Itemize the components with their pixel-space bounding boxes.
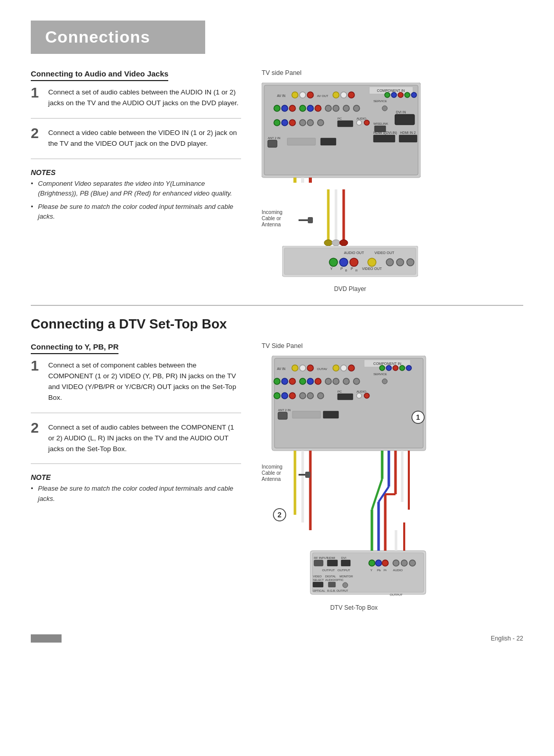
svg-point-9	[307, 92, 313, 98]
svg-text:SELECT: SELECT	[313, 578, 324, 581]
svg-point-36	[300, 120, 306, 126]
dvd-player-container: AUDIO OUT VIDEO OUT Y P B P R VIDEO OU	[282, 246, 418, 293]
svg-text:1: 1	[416, 413, 420, 421]
step1: 1 Connect a set of audio cables between …	[31, 87, 241, 119]
svg-point-35	[289, 120, 295, 126]
svg-text:AV OUT: AV OUT	[317, 94, 328, 98]
svg-point-105	[406, 365, 411, 371]
svg-point-67	[340, 240, 348, 246]
svg-text:OUTPUT: OUTPUT	[338, 569, 350, 572]
svg-text:AUDIO: AUDIO	[393, 569, 403, 572]
svg-text:R: R	[355, 269, 358, 272]
svg-point-92	[292, 365, 298, 371]
svg-point-103	[393, 365, 398, 371]
svg-rect-61	[308, 217, 313, 223]
svg-point-118	[289, 393, 295, 399]
svg-rect-123	[338, 394, 353, 400]
section1-right: TV side Panel COMPONENT IN 1 2 AV IN	[262, 69, 523, 293]
dtv-diagram: COMPONENT IN 1 2 AV IN OUTAV SERVICE	[262, 356, 431, 614]
dtv-connection-svg: COMPONENT IN 1 2 AV IN OUTAV SERVICE	[262, 356, 431, 612]
svg-rect-32	[395, 114, 414, 125]
svg-point-157	[375, 560, 382, 566]
svg-point-106	[274, 378, 280, 384]
svg-text:Incoming: Incoming	[262, 209, 283, 215]
section-audio-video: Connecting to Audio and Video Jacks 1 Co…	[31, 69, 523, 293]
svg-rect-129	[292, 411, 321, 418]
svg-rect-128	[278, 412, 287, 419]
section2-right: TV Side Panel COMPONENT IN 1 2 AV IN	[262, 342, 523, 614]
svg-text:B: B	[345, 269, 347, 272]
svg-text:Y: Y	[330, 267, 333, 270]
svg-text:DVI IN: DVI IN	[396, 110, 406, 114]
svg-point-34	[282, 120, 288, 126]
svg-text:P: P	[351, 267, 353, 270]
dvd-player-svg: AUDIO OUT VIDEO OUT Y P B P R VIDEO OU	[282, 246, 418, 282]
svg-rect-86	[274, 358, 423, 448]
tv-panel-svg: COMPONENT IN 1 2 AV IN AV OUT SERVICE	[262, 83, 421, 190]
svg-text:HDMI: HDMI	[327, 556, 335, 559]
step2-text: Connect a video cable between the VIDEO …	[48, 128, 241, 149]
dtv-notes-block: NOTE Please be sure to match the color c…	[31, 473, 241, 503]
svg-point-7	[292, 92, 298, 98]
svg-point-80	[368, 258, 376, 266]
svg-point-27	[325, 105, 331, 111]
svg-point-19	[405, 92, 410, 98]
svg-text:HDMI IN 2: HDMI IN 2	[400, 131, 416, 134]
svg-point-28	[333, 105, 339, 111]
svg-point-126	[364, 393, 369, 398]
svg-text:RF INPUT: RF INPUT	[314, 556, 328, 559]
section1-left: Connecting to Audio and Video Jacks 1 Co…	[31, 69, 241, 293]
svg-text:PC: PC	[338, 117, 342, 120]
svg-rect-40	[338, 121, 353, 127]
svg-text:DIGITAL: DIGITAL	[325, 575, 336, 578]
dtv-step1-text: Connect a set of component cables betwee…	[48, 360, 241, 403]
svg-point-100	[382, 379, 387, 384]
svg-point-112	[325, 378, 331, 384]
svg-text:VIDEO OUT: VIDEO OUT	[362, 267, 382, 270]
tv-panel-diagram: COMPONENT IN 1 2 AV IN AV OUT SERVICE	[262, 83, 421, 246]
svg-rect-1	[264, 85, 418, 175]
svg-point-26	[315, 105, 321, 111]
svg-point-72	[340, 258, 348, 266]
svg-point-15	[382, 106, 387, 111]
svg-text:Antenna: Antenna	[262, 222, 281, 227]
svg-point-98	[348, 365, 354, 371]
svg-point-24	[300, 105, 306, 111]
svg-point-94	[307, 365, 313, 371]
dtv-note-title: NOTE	[31, 473, 241, 481]
svg-point-66	[332, 240, 340, 246]
svg-text:AV IN: AV IN	[277, 367, 286, 371]
svg-rect-153	[327, 560, 338, 566]
svg-text:HDMI 1(DVI-IN): HDMI 1(DVI-IN)	[373, 131, 397, 135]
svg-text:AUDIO: AUDIO	[357, 117, 366, 120]
svg-point-102	[386, 365, 391, 371]
dtv-step1: 1 Connect a set of component cables betw…	[31, 360, 241, 413]
svg-point-30	[353, 105, 360, 111]
svg-text:SERVICE: SERVICE	[373, 373, 387, 376]
svg-point-65	[324, 240, 332, 246]
svg-rect-53	[399, 135, 417, 142]
svg-point-101	[380, 365, 385, 371]
note-item-1: Component Video separates the video into…	[31, 179, 241, 199]
svg-text:VIDEO: VIDEO	[313, 575, 322, 578]
svg-point-71	[329, 258, 338, 266]
svg-point-17	[391, 92, 397, 98]
svg-point-25	[307, 105, 313, 111]
svg-point-120	[307, 393, 313, 399]
svg-point-43	[364, 120, 369, 125]
svg-point-20	[411, 92, 417, 98]
svg-text:DVI: DVI	[341, 556, 346, 559]
svg-point-97	[341, 365, 347, 371]
svg-text:AUDIO: AUDIO	[357, 390, 366, 393]
svg-point-38	[318, 120, 324, 126]
svg-rect-130	[323, 411, 339, 418]
svg-point-115	[353, 378, 360, 384]
step2-number: 2	[31, 126, 43, 149]
svg-point-18	[398, 92, 403, 98]
svg-text:DTV Set-Top Box: DTV Set-Top Box	[330, 604, 378, 611]
footer-text: English - 22	[491, 635, 523, 642]
svg-point-82	[386, 259, 393, 266]
svg-point-171	[343, 583, 348, 588]
svg-text:ANT 2 IN: ANT 2 IN	[278, 409, 291, 412]
step2: 2 Connect a video cable between the VIDE…	[31, 128, 241, 159]
